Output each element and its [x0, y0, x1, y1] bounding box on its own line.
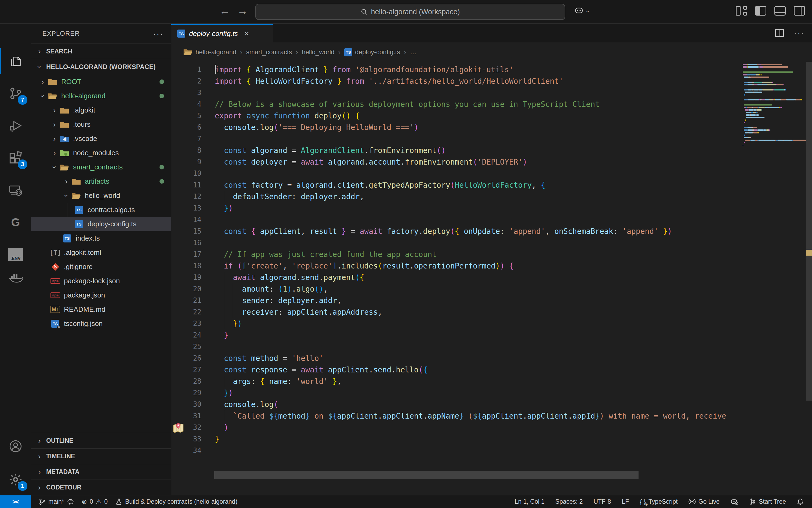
breadcrumb-item[interactable]: hello_world	[302, 48, 334, 56]
forward-arrow-icon[interactable]: →	[236, 5, 249, 17]
status-go-live[interactable]: Go Live	[688, 498, 720, 505]
code-line[interactable]: sender: deployer.addr,	[215, 295, 342, 306]
tree-item-hello-world[interactable]: ›hello_world	[31, 188, 171, 203]
breadcrumb-item[interactable]: TSdeploy-config.ts	[344, 48, 400, 56]
code-line[interactable]: if (['create', 'replace'].includes(resul…	[215, 260, 514, 272]
section-metadata[interactable]: ›METADATA	[31, 464, 171, 479]
status-start-tree[interactable]: Start Tree	[749, 498, 786, 505]
activity-item-docker[interactable]	[0, 263, 31, 293]
split-editor-icon[interactable]	[775, 29, 784, 37]
status-cursor-position[interactable]: Ln 1, Col 1	[515, 498, 545, 505]
activity-item-explorer[interactable]	[0, 46, 31, 76]
overview-ruler[interactable]	[806, 62, 812, 495]
code-line[interactable]: const algorand = AlgorandClient.fromEnvi…	[215, 145, 446, 156]
code-line[interactable]: // If app was just created fund the app …	[215, 249, 437, 260]
horizontal-scrollbar[interactable]	[214, 471, 639, 479]
code-line[interactable]: receiver: appClient.appAddress,	[215, 306, 382, 318]
code-line[interactable]: })	[215, 318, 242, 330]
activity-item-extensions[interactable]: 3	[0, 143, 31, 173]
map-icon[interactable]	[172, 422, 184, 434]
editor-more-actions-icon[interactable]: ···	[794, 28, 805, 38]
copilot-menu[interactable]: ⌄	[574, 6, 590, 14]
activity-item-source-control[interactable]: 7	[0, 78, 31, 109]
toggle-panel-icon[interactable]	[774, 6, 786, 15]
code-line[interactable]: const factory = algorand.client.getTyped…	[215, 179, 545, 191]
code-line[interactable]: amount: (1).algo(),	[215, 283, 328, 295]
breadcrumb-item[interactable]: …	[410, 48, 417, 56]
back-arrow-icon[interactable]: ←	[218, 5, 231, 17]
code-line[interactable]: import { AlgorandClient } from '@algoran…	[215, 64, 514, 76]
vertical-scrollbar[interactable]	[806, 62, 812, 400]
tree-item--algokit[interactable]: ›.algokit	[31, 103, 171, 117]
activity-item-remote-explorer[interactable]	[0, 175, 31, 205]
status-notifications[interactable]	[797, 498, 804, 505]
tree-item--tours[interactable]: ›.tours	[31, 117, 171, 132]
explorer-more-actions-icon[interactable]: ···	[153, 29, 164, 38]
customize-layout-icon[interactable]	[736, 6, 747, 15]
activity-item-run-debug[interactable]	[0, 111, 31, 141]
code-editor[interactable]: 1import { AlgorandClient } from '@algora…	[171, 62, 812, 495]
tree-item--algokit-toml[interactable]: [T].algokit.toml	[31, 245, 171, 260]
code-line[interactable]: export async function deploy() {	[215, 110, 359, 122]
code-line[interactable]: console.log(	[215, 399, 278, 410]
tree-item-deploy-config-ts[interactable]: TSdeploy-config.ts	[31, 217, 171, 231]
code-line[interactable]: const { appClient, result } = await fact…	[215, 225, 672, 237]
code-line[interactable]: import { HelloWorldFactory } from '../ar…	[215, 76, 563, 87]
task-item[interactable]: Build & Deploy contracts (hello-algorand…	[115, 498, 238, 505]
tree-item-smart-contracts[interactable]: ›smart_contracts	[31, 160, 171, 174]
tree-item-root[interactable]: ›ROOT	[31, 75, 171, 89]
code-line[interactable]: defaultSender: deployer.addr,	[215, 191, 364, 203]
tree-item-index-ts[interactable]: TSindex.ts	[31, 231, 171, 245]
remote-indicator[interactable]: ><	[0, 495, 31, 508]
activity-item-settings[interactable]: 1	[0, 465, 31, 495]
status-indentation[interactable]: Spaces: 2	[555, 498, 583, 505]
explorer-title: EXPLORER	[42, 30, 80, 37]
section-timeline[interactable]: ›TIMELINE	[31, 449, 171, 464]
code-line[interactable]: // Below is a showcase of various deploy…	[215, 98, 600, 110]
tree-item--vscode[interactable]: ›.vscode	[31, 132, 171, 146]
status-encoding[interactable]: UTF-8	[593, 498, 611, 505]
code-line[interactable]: args: { name: 'world' },	[215, 376, 342, 387]
tree-item-node-modules[interactable]: ›node_modules	[31, 146, 171, 160]
status-eol[interactable]: LF	[622, 498, 629, 505]
toggle-secondary-sidebar-icon[interactable]	[794, 6, 805, 15]
tab-close-icon[interactable]: ×	[244, 29, 249, 38]
tree-item-hello-algorand[interactable]: ›hello-algorand	[31, 89, 171, 103]
section-codetour[interactable]: ›CODETOUR	[31, 479, 171, 495]
status-language-mode[interactable]: { }⊗TypeScript	[640, 498, 678, 506]
breadcrumb-item[interactable]: smart_contracts	[246, 48, 292, 56]
code-line[interactable]: })	[215, 203, 233, 214]
code-line[interactable]: })	[215, 387, 233, 399]
tree-item-tsconfig-json[interactable]: TStsconfig.json	[31, 316, 171, 331]
code-line[interactable]: const response = await appClient.send.he…	[215, 364, 427, 376]
tree-item-package-json[interactable]: npmpackage.json	[31, 288, 171, 302]
code-line[interactable]: const method = 'hello'	[215, 352, 324, 364]
section-workspace[interactable]: › HELLO-ALGORAND (WORKSPACE)	[31, 59, 171, 75]
problems-item[interactable]: ⊗ 0 ⚠ 0	[82, 498, 108, 506]
section-outline[interactable]: ›OUTLINE	[31, 433, 171, 449]
code-line[interactable]: await algorand.send.payment({	[215, 272, 364, 283]
code-line[interactable]: }	[215, 330, 228, 341]
tab-deploy-config[interactable]: TS deploy-config.ts ×	[171, 24, 273, 42]
tree-item-readme-md[interactable]: M↓README.md	[31, 302, 171, 316]
tree-item-package-lock-json[interactable]: npmpackage-lock.json	[31, 274, 171, 288]
tree-item-artifacts[interactable]: ›artifacts	[31, 174, 171, 188]
toggle-primary-sidebar-icon[interactable]	[755, 6, 766, 15]
minimap[interactable]	[743, 62, 806, 495]
code-line[interactable]: `Called ${method} on ${appClient.appClie…	[215, 410, 726, 422]
git-branch-item[interactable]: main*	[39, 498, 74, 505]
tree-item-contract-algo-ts[interactable]: TScontract.algo.ts	[31, 203, 171, 217]
status-copilot-status[interactable]	[730, 498, 738, 505]
section-search[interactable]: › SEARCH	[31, 43, 171, 59]
tree-item--gitignore[interactable]: .gitignore	[31, 260, 171, 274]
code-line[interactable]: )	[215, 422, 228, 433]
breadcrumb-item[interactable]: hello-algorand	[183, 48, 236, 56]
tree-item-label: .algokit	[73, 106, 95, 114]
chevron-right-icon: ›	[38, 78, 47, 86]
activity-item-gitlens[interactable]: G	[0, 207, 31, 237]
activity-item-accounts[interactable]	[0, 431, 31, 461]
code-line[interactable]: console.log('=== Deploying HelloWorld ==…	[215, 122, 419, 133]
code-line[interactable]: }	[215, 433, 219, 445]
code-line[interactable]: const deployer = await algorand.account.…	[215, 156, 527, 168]
command-center-search[interactable]: hello-algorand (Workspace)	[255, 4, 565, 20]
